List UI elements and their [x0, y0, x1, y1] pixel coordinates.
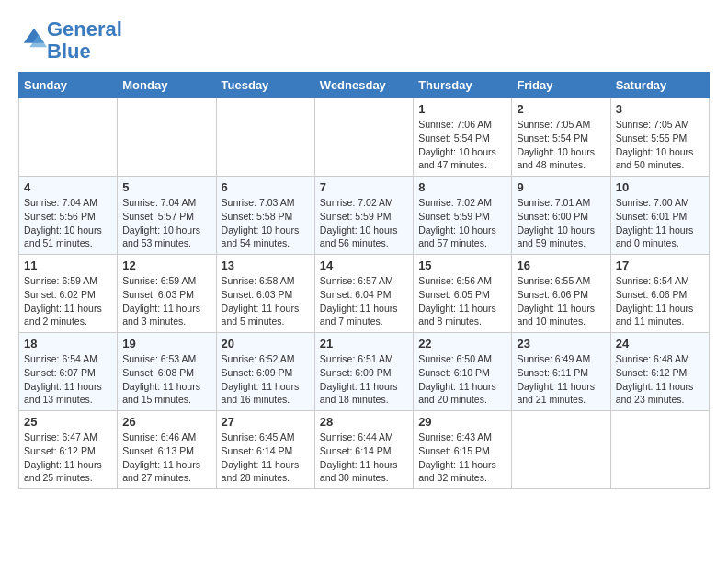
calendar-cell: 17Sunrise: 6:54 AM Sunset: 6:06 PM Dayli…	[610, 255, 709, 333]
cell-content: Sunrise: 6:55 AM Sunset: 6:06 PM Dayligh…	[517, 274, 605, 328]
cell-content: Sunrise: 7:05 AM Sunset: 5:54 PM Dayligh…	[517, 118, 605, 172]
header-tuesday: Tuesday	[216, 73, 314, 98]
calendar-cell: 16Sunrise: 6:55 AM Sunset: 6:06 PM Dayli…	[512, 255, 610, 333]
calendar-cell: 10Sunrise: 7:00 AM Sunset: 6:01 PM Dayli…	[610, 177, 709, 255]
calendar-cell: 1Sunrise: 7:06 AM Sunset: 5:54 PM Daylig…	[414, 98, 512, 177]
calendar-cell: 24Sunrise: 6:48 AM Sunset: 6:12 PM Dayli…	[610, 333, 709, 411]
logo-icon	[21, 26, 47, 52]
day-number: 25	[24, 415, 112, 429]
day-number: 28	[320, 415, 408, 429]
calendar-cell: 19Sunrise: 6:53 AM Sunset: 6:08 PM Dayli…	[118, 333, 216, 411]
cell-content: Sunrise: 7:06 AM Sunset: 5:54 PM Dayligh…	[418, 118, 506, 172]
calendar-cell: 12Sunrise: 6:59 AM Sunset: 6:03 PM Dayli…	[118, 255, 216, 333]
cell-content: Sunrise: 6:56 AM Sunset: 6:05 PM Dayligh…	[418, 274, 506, 328]
cell-content: Sunrise: 6:43 AM Sunset: 6:15 PM Dayligh…	[418, 431, 506, 485]
page-header: General Blue	[18, 18, 710, 63]
cell-content: Sunrise: 7:00 AM Sunset: 6:01 PM Dayligh…	[616, 196, 704, 250]
cell-content: Sunrise: 7:02 AM Sunset: 5:59 PM Dayligh…	[418, 196, 506, 250]
calendar-cell: 8Sunrise: 7:02 AM Sunset: 5:59 PM Daylig…	[414, 177, 512, 255]
day-number: 23	[517, 337, 605, 350]
day-number: 4	[24, 180, 112, 194]
cell-content: Sunrise: 6:45 AM Sunset: 6:14 PM Dayligh…	[222, 431, 310, 485]
day-number: 26	[122, 415, 210, 429]
cell-content: Sunrise: 6:50 AM Sunset: 6:10 PM Dayligh…	[418, 352, 506, 407]
cell-content: Sunrise: 6:57 AM Sunset: 6:04 PM Dayligh…	[320, 274, 408, 328]
cell-content: Sunrise: 7:03 AM Sunset: 5:58 PM Dayligh…	[222, 196, 310, 250]
calendar-cell: 25Sunrise: 6:47 AM Sunset: 6:12 PM Dayli…	[19, 411, 118, 489]
calendar-week-row: 25Sunrise: 6:47 AM Sunset: 6:12 PM Dayli…	[19, 411, 710, 489]
day-number: 12	[122, 259, 210, 272]
calendar-cell	[19, 98, 118, 177]
logo: General Blue	[18, 18, 122, 63]
day-number: 15	[418, 259, 506, 272]
day-number: 11	[24, 259, 112, 272]
calendar-cell	[216, 98, 314, 177]
day-number: 21	[320, 337, 408, 350]
day-number: 16	[517, 259, 605, 272]
day-number: 22	[418, 337, 506, 350]
day-number: 7	[320, 180, 408, 194]
header-wednesday: Wednesday	[314, 73, 413, 98]
day-number: 24	[616, 337, 704, 350]
day-number: 6	[222, 180, 310, 194]
calendar-cell: 11Sunrise: 6:59 AM Sunset: 6:02 PM Dayli…	[19, 255, 118, 333]
logo-text: General Blue	[47, 18, 122, 63]
header-monday: Monday	[118, 73, 216, 98]
calendar-cell: 14Sunrise: 6:57 AM Sunset: 6:04 PM Dayli…	[314, 255, 413, 333]
cell-content: Sunrise: 6:46 AM Sunset: 6:13 PM Dayligh…	[122, 431, 210, 485]
day-number: 27	[222, 415, 310, 429]
calendar-cell	[118, 98, 216, 177]
calendar-cell: 28Sunrise: 6:44 AM Sunset: 6:14 PM Dayli…	[314, 411, 413, 489]
calendar-week-row: 11Sunrise: 6:59 AM Sunset: 6:02 PM Dayli…	[19, 255, 710, 333]
calendar-table: SundayMondayTuesdayWednesdayThursdayFrid…	[18, 72, 710, 489]
cell-content: Sunrise: 7:05 AM Sunset: 5:55 PM Dayligh…	[616, 118, 704, 172]
calendar-cell: 29Sunrise: 6:43 AM Sunset: 6:15 PM Dayli…	[414, 411, 512, 489]
cell-content: Sunrise: 6:54 AM Sunset: 6:07 PM Dayligh…	[24, 352, 112, 407]
cell-content: Sunrise: 6:58 AM Sunset: 6:03 PM Dayligh…	[222, 274, 310, 328]
calendar-header-row: SundayMondayTuesdayWednesdayThursdayFrid…	[19, 73, 710, 98]
calendar-cell: 5Sunrise: 7:04 AM Sunset: 5:57 PM Daylig…	[118, 177, 216, 255]
calendar-week-row: 18Sunrise: 6:54 AM Sunset: 6:07 PM Dayli…	[19, 333, 710, 411]
day-number: 5	[122, 180, 210, 194]
cell-content: Sunrise: 6:48 AM Sunset: 6:12 PM Dayligh…	[616, 352, 704, 407]
cell-content: Sunrise: 6:59 AM Sunset: 6:03 PM Dayligh…	[122, 274, 210, 328]
calendar-week-row: 1Sunrise: 7:06 AM Sunset: 5:54 PM Daylig…	[19, 98, 710, 177]
day-number: 8	[418, 180, 506, 194]
calendar-cell: 13Sunrise: 6:58 AM Sunset: 6:03 PM Dayli…	[216, 255, 314, 333]
header-saturday: Saturday	[610, 73, 709, 98]
day-number: 29	[418, 415, 506, 429]
cell-content: Sunrise: 6:47 AM Sunset: 6:12 PM Dayligh…	[24, 431, 112, 485]
cell-content: Sunrise: 6:59 AM Sunset: 6:02 PM Dayligh…	[24, 274, 112, 328]
calendar-cell	[512, 411, 610, 489]
cell-content: Sunrise: 7:01 AM Sunset: 6:00 PM Dayligh…	[517, 196, 605, 250]
cell-content: Sunrise: 6:53 AM Sunset: 6:08 PM Dayligh…	[122, 352, 210, 407]
cell-content: Sunrise: 6:49 AM Sunset: 6:11 PM Dayligh…	[517, 352, 605, 407]
calendar-cell	[610, 411, 709, 489]
day-number: 14	[320, 259, 408, 272]
day-number: 2	[517, 102, 605, 116]
day-number: 3	[616, 102, 704, 116]
calendar-cell: 15Sunrise: 6:56 AM Sunset: 6:05 PM Dayli…	[414, 255, 512, 333]
day-number: 18	[24, 337, 112, 350]
calendar-cell: 4Sunrise: 7:04 AM Sunset: 5:56 PM Daylig…	[19, 177, 118, 255]
calendar-cell: 21Sunrise: 6:51 AM Sunset: 6:09 PM Dayli…	[314, 333, 413, 411]
header-thursday: Thursday	[414, 73, 512, 98]
cell-content: Sunrise: 7:04 AM Sunset: 5:56 PM Dayligh…	[24, 196, 112, 250]
header-friday: Friday	[512, 73, 610, 98]
day-number: 17	[616, 259, 704, 272]
cell-content: Sunrise: 6:52 AM Sunset: 6:09 PM Dayligh…	[222, 352, 310, 407]
cell-content: Sunrise: 7:02 AM Sunset: 5:59 PM Dayligh…	[320, 196, 408, 250]
day-number: 1	[418, 102, 506, 116]
calendar-cell: 27Sunrise: 6:45 AM Sunset: 6:14 PM Dayli…	[216, 411, 314, 489]
calendar-cell: 18Sunrise: 6:54 AM Sunset: 6:07 PM Dayli…	[19, 333, 118, 411]
day-number: 19	[122, 337, 210, 350]
calendar-cell: 23Sunrise: 6:49 AM Sunset: 6:11 PM Dayli…	[512, 333, 610, 411]
calendar-cell: 6Sunrise: 7:03 AM Sunset: 5:58 PM Daylig…	[216, 177, 314, 255]
day-number: 20	[222, 337, 310, 350]
calendar-cell: 22Sunrise: 6:50 AM Sunset: 6:10 PM Dayli…	[414, 333, 512, 411]
calendar-cell: 7Sunrise: 7:02 AM Sunset: 5:59 PM Daylig…	[314, 177, 413, 255]
cell-content: Sunrise: 6:44 AM Sunset: 6:14 PM Dayligh…	[320, 431, 408, 485]
cell-content: Sunrise: 6:54 AM Sunset: 6:06 PM Dayligh…	[616, 274, 704, 328]
calendar-cell	[314, 98, 413, 177]
day-number: 13	[222, 259, 310, 272]
